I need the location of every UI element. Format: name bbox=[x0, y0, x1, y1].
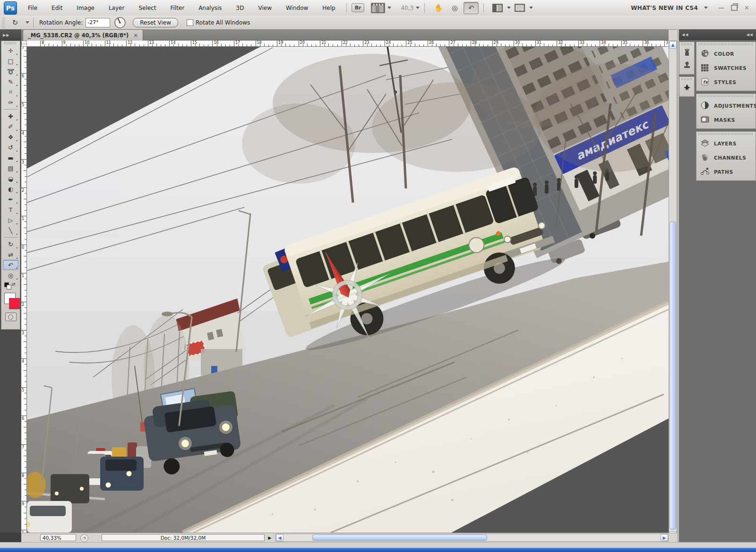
menu-file[interactable]: File bbox=[22, 3, 43, 13]
close-button[interactable]: ✕ bbox=[744, 4, 749, 11]
clone-stamp-tool[interactable]: ❖ bbox=[3, 132, 18, 142]
type-tool[interactable]: T bbox=[3, 204, 18, 215]
screen-mode-icon[interactable] bbox=[513, 2, 527, 14]
whats-new-menu[interactable]: WHAT'S NEW IN CS4 bbox=[631, 5, 708, 11]
3d-rotate-tool[interactable]: ↻ bbox=[3, 239, 18, 249]
zoom-percent-field[interactable]: 40,33% bbox=[40, 534, 76, 541]
quick-mask-button[interactable] bbox=[5, 313, 17, 321]
grip-handle[interactable] bbox=[2, 17, 5, 28]
scroll-left-icon[interactable]: ◀ bbox=[276, 534, 284, 541]
chevron-down-icon[interactable] bbox=[507, 7, 511, 9]
grip-handle[interactable] bbox=[681, 78, 692, 80]
swap-colors-icon[interactable]: ⇄ bbox=[12, 282, 16, 287]
menu-filter[interactable]: Filter bbox=[164, 3, 190, 13]
scroll-right-icon[interactable]: ▶ bbox=[661, 534, 668, 541]
menu-select[interactable]: Select bbox=[132, 3, 162, 13]
move-tool[interactable]: ✛ bbox=[3, 45, 18, 56]
eyedropper-tool[interactable]: ✑ bbox=[3, 97, 18, 108]
menu-3d[interactable]: 3D bbox=[230, 3, 250, 13]
document-tab[interactable]: _MG_5338.CR2 @ 40,3% (RGB/8*) × bbox=[23, 29, 143, 41]
quick-select-tool[interactable]: ✎ bbox=[3, 76, 18, 87]
collapse-panels-button[interactable]: ◀◀ bbox=[747, 33, 753, 37]
grip-handle[interactable] bbox=[681, 43, 692, 45]
collapse-panels-button[interactable]: ◀◀ bbox=[682, 33, 688, 37]
left-ruler[interactable]: 765432101234567891 0 bbox=[21, 47, 27, 533]
marquee-tool[interactable]: □ bbox=[3, 56, 18, 66]
rotate-all-windows-checkbox[interactable] bbox=[187, 19, 193, 26]
ruler-origin-box[interactable] bbox=[21, 41, 27, 47]
vertical-scroll-thumb[interactable] bbox=[670, 221, 676, 529]
grip-handle[interactable] bbox=[698, 133, 754, 135]
panel-button-adjustments[interactable]: ADJUSTMENTS bbox=[696, 99, 756, 113]
background-color-swatch[interactable] bbox=[9, 298, 20, 309]
zoom-tool[interactable]: ◎ bbox=[3, 270, 18, 280]
chevron-down-icon[interactable] bbox=[416, 7, 420, 9]
rotate-view-icon[interactable]: ↶ bbox=[464, 2, 479, 14]
crop-tool[interactable]: ⌗ bbox=[3, 87, 18, 97]
palette-collapse-button[interactable]: ▶▶ bbox=[0, 29, 22, 41]
rotation-dial[interactable] bbox=[114, 17, 126, 29]
bridge-button[interactable]: Br bbox=[352, 3, 365, 12]
3d-pan-tool[interactable]: ⇄ bbox=[3, 249, 18, 260]
minimize-button[interactable]: — bbox=[718, 4, 724, 11]
eraser-tool[interactable]: ▬ bbox=[3, 153, 18, 163]
chevron-down-icon[interactable] bbox=[387, 7, 391, 9]
rotate-view-tool[interactable]: ↶ bbox=[3, 260, 18, 270]
menu-help[interactable]: Help bbox=[316, 3, 341, 13]
chevron-down-icon[interactable] bbox=[529, 7, 533, 9]
menu-edit[interactable]: Edit bbox=[45, 3, 69, 13]
panel-button-paths[interactable]: PATHS bbox=[696, 165, 756, 179]
horizontal-scroll-thumb[interactable] bbox=[312, 535, 487, 541]
zoom-level-field[interactable]: 40,3 bbox=[401, 5, 413, 11]
status-options-icon[interactable]: ◔ bbox=[80, 534, 88, 542]
gradient-tool[interactable]: ▤ bbox=[3, 163, 18, 173]
notes-panel-icon[interactable] bbox=[681, 82, 693, 93]
panel-button-channels[interactable]: CHANNELS bbox=[696, 151, 756, 165]
doc-size-field[interactable]: Doc: 32,0M/32,0M bbox=[102, 534, 265, 541]
reset-view-button[interactable]: Reset View bbox=[133, 18, 178, 27]
lasso-tool[interactable]: ➰ bbox=[3, 66, 18, 76]
brush-panel-icon[interactable] bbox=[681, 47, 693, 58]
menu-image[interactable]: Image bbox=[70, 3, 101, 13]
top-ruler[interactable]: 8910111213141516171819202122232425262728… bbox=[27, 41, 669, 47]
panel-button-styles[interactable]: fxSTYLES bbox=[696, 75, 756, 89]
vertical-scrollbar[interactable]: ▲ ▼ bbox=[669, 41, 677, 539]
panel-button-swatches[interactable]: SWATCHES bbox=[696, 61, 756, 75]
scroll-up-icon[interactable]: ▲ bbox=[669, 41, 677, 49]
ruler-number: 10 bbox=[85, 41, 89, 45]
history-brush-tool[interactable]: ↺ bbox=[3, 142, 18, 153]
dodge-tool[interactable]: ◐ bbox=[3, 184, 18, 194]
ps-logo-icon[interactable]: Ps bbox=[4, 1, 17, 15]
chevron-down-icon[interactable] bbox=[26, 21, 29, 24]
ruler-tick bbox=[638, 44, 639, 46]
default-colors-icon[interactable]: ⇄ bbox=[4, 282, 20, 291]
clone-source-panel-icon[interactable] bbox=[681, 59, 693, 71]
arrange-documents-icon[interactable] bbox=[490, 2, 505, 14]
grip-handle[interactable] bbox=[698, 43, 754, 45]
canvas-viewport[interactable]: амадиатекс bbox=[27, 47, 669, 533]
panel-button-color[interactable]: COLOR bbox=[696, 47, 756, 61]
menu-analysis[interactable]: Analysis bbox=[192, 3, 228, 13]
ruler-tick bbox=[242, 43, 243, 46]
grip-handle[interactable] bbox=[4, 42, 17, 44]
grip-handle[interactable] bbox=[698, 95, 754, 97]
zoom-tool-icon[interactable]: ◎ bbox=[447, 2, 462, 14]
pen-tool[interactable]: ✒ bbox=[3, 194, 18, 204]
healing-tool[interactable]: ✚ bbox=[3, 111, 18, 121]
menu-layer[interactable]: Layer bbox=[103, 3, 130, 13]
rotation-angle-input[interactable] bbox=[86, 18, 110, 27]
restore-button[interactable] bbox=[731, 5, 738, 11]
path-select-tool[interactable]: ▷ bbox=[3, 215, 18, 225]
brush-tool[interactable]: ✐ bbox=[3, 121, 18, 132]
hand-tool-icon[interactable]: ✋ bbox=[431, 2, 446, 14]
horizontal-scrollbar[interactable]: ◀ ▶ bbox=[275, 534, 669, 542]
panel-button-masks[interactable]: MASKS bbox=[696, 113, 756, 127]
close-tab-icon[interactable]: × bbox=[133, 32, 138, 39]
line-tool[interactable]: ╲ bbox=[3, 225, 18, 236]
status-flyout-icon[interactable]: ▶ bbox=[266, 534, 274, 541]
panel-button-layers[interactable]: LAYERS bbox=[696, 136, 756, 151]
view-extras-icon[interactable] bbox=[371, 3, 385, 13]
menu-window[interactable]: Window bbox=[280, 3, 314, 13]
blur-tool[interactable]: ◒ bbox=[3, 173, 18, 184]
menu-view[interactable]: View bbox=[252, 3, 277, 13]
